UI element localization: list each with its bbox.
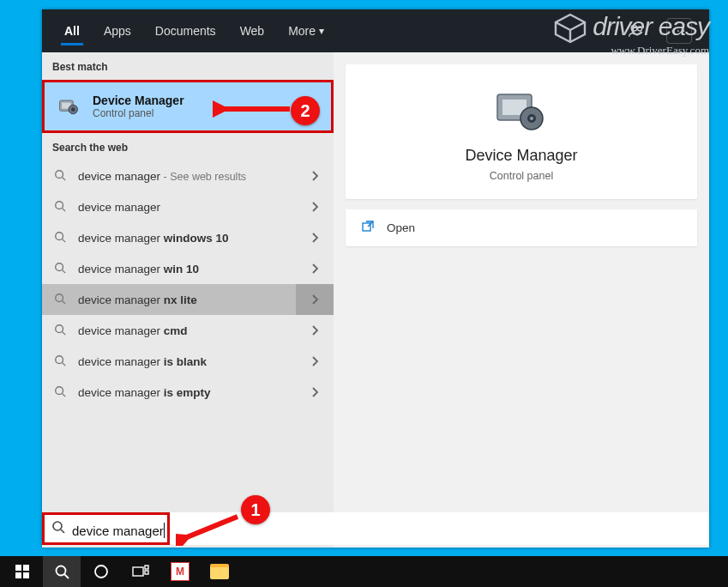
web-result-label: device manager	[78, 201, 322, 214]
svg-point-20	[53, 522, 62, 530]
web-result-item[interactable]: device manager win 10	[42, 253, 334, 284]
svg-point-9	[56, 263, 63, 270]
device-manager-icon	[57, 94, 81, 118]
windows-search-panel: All Apps Documents Web More▾ ··· Best ma…	[42, 9, 709, 548]
preview-title: Device Manager	[465, 147, 577, 165]
svg-rect-19	[363, 223, 370, 231]
svg-rect-23	[15, 565, 21, 571]
svg-point-12	[56, 355, 63, 363]
svg-rect-25	[15, 572, 21, 578]
annotation-step-2: 2	[291, 96, 320, 125]
web-result-item[interactable]: device manager - See web results	[42, 160, 334, 191]
results-column: Best match Device Manager Control panel …	[42, 52, 334, 548]
best-match-item[interactable]: Device Manager Control panel	[42, 80, 334, 133]
section-search-web: Search the web	[42, 133, 334, 160]
best-match-title: Device Manager	[93, 94, 184, 107]
taskbar-explorer[interactable]	[201, 556, 238, 587]
chevron-right-icon[interactable]	[296, 253, 334, 284]
web-result-item[interactable]: device manager cmd	[42, 315, 334, 346]
open-icon	[361, 220, 375, 236]
search-icon	[54, 231, 68, 245]
preview-column: Device Manager Control panel Open	[334, 52, 709, 548]
search-icon	[54, 200, 68, 215]
chevron-right-icon[interactable]	[296, 377, 334, 408]
options-icon[interactable]: ···	[666, 18, 692, 44]
search-tabs: All Apps Documents Web More▾ ···	[42, 9, 709, 52]
tab-apps[interactable]: Apps	[92, 9, 143, 52]
search-icon	[54, 169, 68, 184]
svg-point-18	[530, 117, 533, 120]
search-icon	[54, 262, 68, 276]
search-icon	[54, 293, 68, 307]
device-manager-icon	[487, 82, 556, 142]
preview-card: Device Manager Control panel	[346, 64, 697, 199]
preview-subtitle: Control panel	[490, 170, 553, 182]
web-result-item[interactable]: device manager is blank	[42, 346, 334, 377]
web-result-item[interactable]: device manager nx lite	[42, 284, 334, 315]
svg-rect-30	[145, 566, 148, 569]
annotation-step-1: 1	[241, 495, 270, 524]
web-results-list: device manager - See web resultsdevice m…	[42, 160, 334, 408]
web-result-label: device manager is empty	[78, 386, 322, 399]
chevron-right-icon[interactable]	[296, 222, 334, 253]
taskbar-gmail[interactable]: M	[161, 556, 199, 587]
web-result-label: device manager cmd	[78, 324, 322, 337]
chevron-right-icon[interactable]	[296, 160, 334, 191]
best-match-subtitle: Control panel	[93, 107, 184, 119]
section-best-match: Best match	[42, 52, 334, 80]
web-result-item[interactable]: device manager is empty	[42, 377, 334, 408]
chevron-right-icon[interactable]	[296, 191, 334, 222]
chevron-down-icon: ▾	[319, 25, 324, 37]
web-result-label: device manager - See web results	[78, 170, 322, 183]
svg-point-5	[71, 107, 75, 111]
chevron-right-icon[interactable]	[296, 284, 334, 315]
svg-point-7	[56, 201, 63, 209]
svg-point-11	[56, 324, 63, 332]
start-button[interactable]	[3, 556, 41, 587]
cortana-button[interactable]	[82, 556, 120, 587]
svg-point-6	[56, 170, 63, 178]
preview-open[interactable]: Open	[346, 209, 697, 246]
search-icon	[54, 354, 68, 369]
taskbar-search-button[interactable]	[43, 556, 81, 587]
web-result-label: device manager windows 10	[78, 232, 322, 245]
web-result-item[interactable]: device manager windows 10	[42, 222, 334, 253]
search-input[interactable]: device manager	[72, 520, 165, 538]
task-view-button[interactable]	[122, 556, 159, 587]
svg-rect-29	[133, 567, 143, 576]
search-input-highlight: device manager	[42, 512, 170, 545]
tab-web[interactable]: Web	[228, 9, 277, 52]
chevron-right-icon[interactable]	[296, 346, 334, 377]
feedback-icon[interactable]	[623, 18, 649, 44]
search-icon	[54, 385, 68, 400]
svg-point-8	[56, 232, 63, 239]
svg-point-13	[56, 386, 63, 394]
svg-point-0	[631, 25, 637, 31]
preview-open-label: Open	[387, 221, 415, 234]
tab-all[interactable]: All	[52, 9, 92, 52]
search-icon	[54, 324, 68, 338]
taskbar: M	[0, 556, 728, 587]
search-input-row: device manager	[42, 512, 709, 545]
svg-rect-26	[23, 572, 29, 578]
svg-rect-24	[23, 565, 29, 571]
web-result-item[interactable]: device manager	[42, 191, 334, 222]
svg-rect-31	[145, 571, 148, 574]
tab-documents[interactable]: Documents	[143, 9, 228, 52]
search-icon	[51, 520, 65, 537]
svg-point-27	[57, 566, 66, 576]
web-result-label: device manager is blank	[78, 355, 322, 368]
web-result-label: device manager nx lite	[78, 294, 322, 306]
web-result-label: device manager win 10	[78, 263, 322, 275]
svg-point-1	[638, 27, 642, 31]
svg-point-10	[56, 294, 63, 301]
tab-more[interactable]: More▾	[276, 9, 336, 52]
chevron-right-icon[interactable]	[296, 315, 334, 346]
svg-point-28	[95, 566, 107, 578]
